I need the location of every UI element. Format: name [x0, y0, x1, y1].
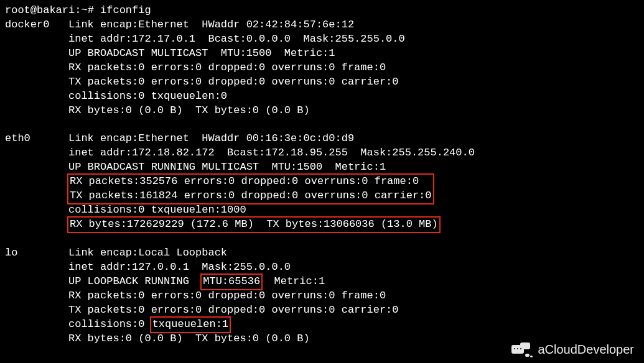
prompt-user: root: [5, 4, 30, 16]
iface-docker0: docker0Link encap:Ethernet HWaddr 02:42:…: [5, 18, 639, 118]
iface-line: inet addr:172.17.0.1 Bcast:0.0.0.0 Mask:…: [68, 33, 405, 45]
iface-line: RX bytes:0 (0.0 B) TX bytes:0 (0.0 B): [68, 104, 310, 116]
highlight-box: RX bytes:172629229 (172.6 MB) TX bytes:1…: [67, 216, 441, 233]
watermark: aCloudDeveloper: [511, 341, 634, 358]
iface-line: RX packets:0 errors:0 dropped:0 overruns…: [68, 290, 386, 301]
iface-line: RX bytes:172629229 (172.6 MB) TX bytes:1…: [70, 218, 438, 230]
iface-line: Link encap:Local Loopback: [68, 247, 227, 259]
iface-line-part: Metric:1: [261, 275, 325, 287]
highlight-box: txqueuelen:1: [150, 316, 231, 333]
iface-line: TX packets:161824 errors:0 dropped:0 ove…: [70, 190, 432, 201]
iface-line: UP BROADCAST RUNNING MULTICAST MTU:1500 …: [68, 161, 386, 173]
iface-line: TX packets:0 errors:0 dropped:0 overruns…: [68, 76, 399, 88]
iface-line: TX packets:0 errors:0 dropped:0 overruns…: [68, 304, 399, 316]
iface-content: Link encap:Ethernet HWaddr 02:42:84:57:6…: [68, 18, 405, 118]
iface-line: collisions:0 txqueuelen:1000: [68, 204, 246, 216]
highlight-box: RX packets:352576 errors:0 dropped:0 ove…: [67, 173, 434, 204]
iface-line: RX packets:352576 errors:0 dropped:0 ove…: [70, 175, 419, 187]
watermark-text: aCloudDeveloper: [538, 341, 634, 358]
iface-content: Link encap:Ethernet HWaddr 00:16:3e:0c:d…: [68, 132, 475, 232]
prompt-path: ~: [81, 4, 87, 16]
iface-line-part: UP LOOPBACK RUNNING: [68, 275, 202, 287]
iface-line: inet addr:127.0.0.1 Mask:255.0.0.0: [68, 261, 291, 273]
iface-content: Link encap:Local Loopback inet addr:127.…: [68, 246, 399, 346]
iface-name: eth0: [5, 132, 68, 146]
iface-name: lo: [5, 246, 68, 260]
iface-line: RX packets:0 errors:0 dropped:0 overruns…: [68, 62, 386, 73]
blank-line: [5, 118, 639, 132]
terminal-prompt: root@bakari:~# ifconfig: [5, 4, 639, 18]
iface-line: inet addr:172.18.82.172 Bcast:172.18.95.…: [68, 147, 475, 159]
iface-name: docker0: [5, 18, 68, 32]
command-text: ifconfig: [100, 4, 151, 16]
chat-bubble-icon: [511, 342, 534, 357]
iface-line: RX bytes:0 (0.0 B) TX bytes:0 (0.0 B): [68, 333, 310, 344]
blank-line: [5, 232, 639, 246]
iface-eth0: eth0Link encap:Ethernet HWaddr 00:16:3e:…: [5, 132, 639, 232]
iface-line: UP BROADCAST MULTICAST MTU:1500 Metric:1: [68, 47, 335, 59]
iface-line: collisions:0 txqueuelen:0: [68, 90, 227, 102]
prompt-host: bakari: [37, 4, 75, 16]
iface-lo: loLink encap:Local Loopback inet addr:12…: [5, 246, 639, 346]
iface-line: Link encap:Ethernet HWaddr 02:42:84:57:6…: [68, 19, 354, 30]
iface-line: Link encap:Ethernet HWaddr 00:16:3e:0c:d…: [68, 132, 354, 144]
prompt-symbol: #: [88, 4, 94, 16]
iface-line-part: collisions:0: [68, 318, 151, 330]
highlight-box: MTU:65536: [200, 273, 263, 290]
